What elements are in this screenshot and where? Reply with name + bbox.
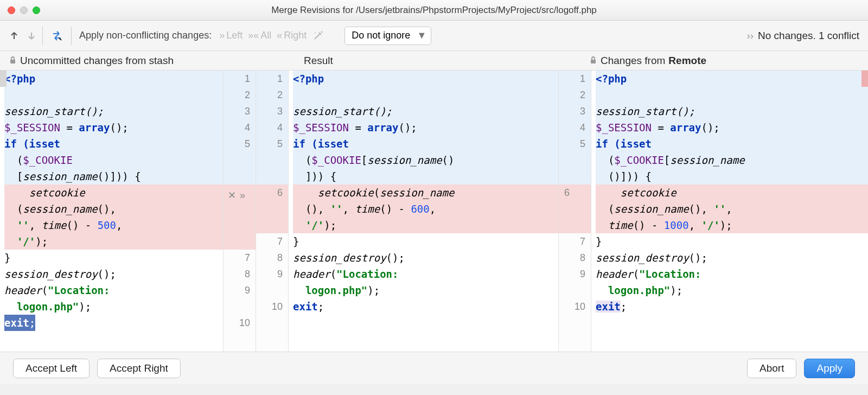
code-line: exit; xyxy=(596,298,627,315)
lock-icon xyxy=(589,55,597,67)
code-line: [session_name()])) { xyxy=(4,168,141,184)
chevron-down-icon: ▼ xyxy=(417,30,426,41)
nav-arrows xyxy=(9,27,43,45)
apply-left-button[interactable]: »Left xyxy=(219,30,242,41)
chevron-icon: ›› xyxy=(746,30,754,42)
code-line: <?php xyxy=(4,71,35,87)
toolbar: Apply non-conflicting changes: »Left »«A… xyxy=(0,21,868,51)
code-line: setcookie xyxy=(596,184,676,201)
code-line: '/'); xyxy=(293,217,336,233)
code-line: session_destroy(); xyxy=(293,250,405,266)
apply-button[interactable]: Apply xyxy=(804,359,855,378)
code-line-selected: exit; xyxy=(4,315,35,331)
ignore-dropdown[interactable]: Do not ignore ▼ xyxy=(344,27,431,45)
lock-icon xyxy=(9,55,17,67)
apply-all-button[interactable]: »«All xyxy=(248,30,271,41)
mid-left-gutter: 1 2 3 4 5 6 7 8 9 10 xyxy=(256,71,289,352)
code-line: <?php xyxy=(293,71,324,87)
code-line: setcookie xyxy=(4,184,85,201)
right-column-header: Changes from Remote xyxy=(375,55,868,67)
bottom-bar: Accept Left Accept Right Abort Apply xyxy=(0,352,868,384)
column-headers-row: Uncommitted changes from stash Result Ch… xyxy=(0,51,868,71)
code-line: header("Location: xyxy=(4,282,116,298)
mid-column-header: Result xyxy=(224,55,375,67)
window-title: Merge Revisions for /Users/jetbrains/Php… xyxy=(0,5,868,16)
apply-right-button[interactable]: «Right xyxy=(277,30,307,41)
code-line: header("Location: xyxy=(596,266,707,282)
code-line: if (isset xyxy=(293,136,349,152)
svg-rect-3 xyxy=(591,60,596,63)
code-line: ()])) { xyxy=(596,168,652,184)
titlebar: Merge Revisions for /Users/jetbrains/Php… xyxy=(0,0,868,21)
mid-right-gutter: 1 2 3 4 5 6 7 8 9 10 xyxy=(559,71,591,352)
code-line: header("Location: xyxy=(293,266,405,282)
right-pane: <?php session_start(); $_SESSION = array… xyxy=(591,71,868,352)
code-line: setcookie(session_name xyxy=(293,184,454,201)
code-line: '/'); xyxy=(4,233,48,250)
code-line: if (isset xyxy=(4,136,60,152)
code-line: exit; xyxy=(293,298,324,315)
code-line: '', time() - 500, xyxy=(4,217,122,233)
code-line: (), '', time() - 600, xyxy=(293,201,436,217)
apply-nonconflict-label: Apply non-conflicting changes: xyxy=(79,30,212,41)
code-line: logon.php"); xyxy=(596,282,682,298)
merge-panes: <?php session_start(); $_SESSION = array… xyxy=(0,71,868,352)
abort-button[interactable]: Abort xyxy=(747,359,796,378)
code-line: ])) { xyxy=(293,168,336,184)
code-line: if (isset xyxy=(596,136,652,152)
code-line: time() - 1000, '/'); xyxy=(596,217,732,233)
svg-point-1 xyxy=(315,33,316,34)
left-pane: <?php session_start(); $_SESSION = array… xyxy=(0,71,224,352)
accept-left-button[interactable]: Accept Left xyxy=(13,359,90,378)
prev-diff-icon[interactable] xyxy=(9,30,20,41)
ignore-dropdown-value: Do not ignore xyxy=(352,30,410,41)
code-line: } xyxy=(4,250,10,266)
code-line: (session_name(), xyxy=(4,201,116,217)
swap-panels-icon[interactable] xyxy=(50,30,63,42)
result-pane[interactable]: <?php session_start(); $_SESSION = array… xyxy=(289,71,559,352)
code-line: <?php xyxy=(596,71,627,87)
code-line: ($_COOKIE[session_name xyxy=(596,152,745,168)
code-line: ($_COOKIE xyxy=(4,152,73,168)
status-text: ›› No changes. 1 conflict xyxy=(746,30,859,42)
code-line: } xyxy=(293,233,299,250)
accept-right-button[interactable]: Accept Right xyxy=(97,359,181,378)
apply-links: »Left »«All «Right xyxy=(219,30,324,42)
svg-point-0 xyxy=(321,31,323,33)
code-line: ($_COOKIE[session_name() xyxy=(293,152,454,168)
code-line: session_start(); xyxy=(4,103,104,119)
code-line: (session_name(), '', xyxy=(596,201,732,217)
code-line: session_destroy(); xyxy=(596,250,707,266)
swap-group xyxy=(50,27,72,45)
left-gutter: 1 2 3 4 5 ✕» 7 8 9 10 xyxy=(224,71,256,352)
code-line: logon.php"); xyxy=(4,298,91,315)
left-column-header: Uncommitted changes from stash xyxy=(0,55,224,67)
code-line: session_start(); xyxy=(596,103,695,119)
next-diff-icon[interactable] xyxy=(26,30,37,41)
code-line: logon.php"); xyxy=(293,282,380,298)
code-line: session_start(); xyxy=(293,103,392,119)
svg-rect-2 xyxy=(10,60,15,63)
magic-resolve-icon[interactable] xyxy=(312,30,324,42)
code-line: session_destroy(); xyxy=(4,266,116,282)
code-line: } xyxy=(596,233,602,250)
